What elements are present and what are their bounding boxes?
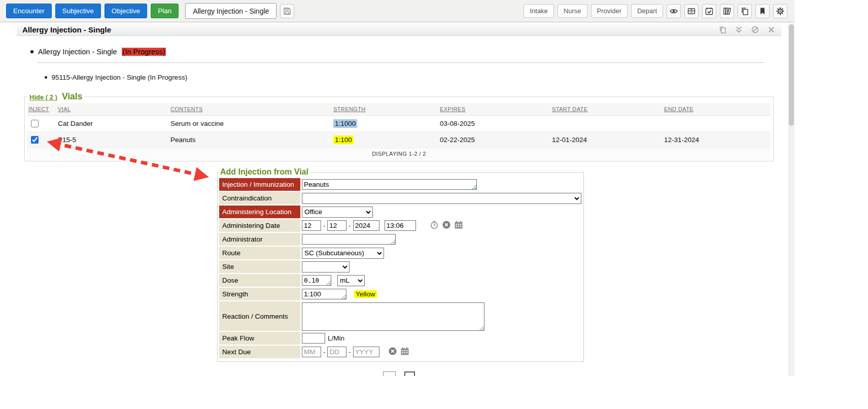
add-injection-fieldset: Add Injection from Vial Injection / Immu… <box>217 167 584 362</box>
calendar-check-icon[interactable] <box>702 4 716 18</box>
strength-input[interactable] <box>302 289 346 299</box>
encounter-button[interactable]: Encounter <box>6 4 52 18</box>
strength-color-note: Yellow <box>354 290 377 298</box>
vials-table: INJECT VIAL CONTENTS STRENGTH EXPIRES ST… <box>27 103 771 160</box>
col-vial[interactable]: VIAL <box>58 106 71 112</box>
label-strength: Strength <box>219 288 300 300</box>
eye-icon[interactable] <box>667 4 681 18</box>
depart-button[interactable]: Depart <box>631 4 663 18</box>
objective-button[interactable]: Objective <box>105 4 147 18</box>
vertical-scrollbar[interactable] <box>788 23 794 376</box>
bullet-dot <box>45 76 47 79</box>
contraindication-select[interactable] <box>302 193 581 204</box>
scrollbar-thumb[interactable] <box>789 24 794 126</box>
panel-header-icons <box>719 23 775 36</box>
clear-date-icon[interactable] <box>442 220 451 231</box>
partially-visible-control[interactable] <box>404 371 415 376</box>
cell-end-date <box>663 115 771 131</box>
status-badge: (In Progress) <box>122 48 166 56</box>
intake-button[interactable]: Intake <box>524 4 553 18</box>
cell-strength: 1:100 <box>333 135 354 144</box>
col-expires[interactable]: EXPIRES <box>440 106 466 112</box>
inject-checkbox[interactable] <box>31 120 39 127</box>
date-separator: - <box>349 222 351 229</box>
copy-icon[interactable] <box>738 4 752 18</box>
admin-time-input[interactable] <box>385 220 416 231</box>
paging-status: DISPLAYING 1-2 / 2 <box>27 148 771 160</box>
partially-visible-control[interactable] <box>383 371 396 376</box>
provider-button[interactable]: Provider <box>591 4 628 18</box>
save-icon[interactable] <box>280 4 294 18</box>
cell-start-date: 12-01-2024 <box>551 131 663 148</box>
cell-expires: 02-22-2025 <box>439 131 551 148</box>
add-injection-legend: Add Injection from Vial <box>219 167 311 177</box>
label-injection-immunization: Injection / Immunization <box>219 178 300 191</box>
dose-unit-select[interactable]: mL <box>337 275 365 286</box>
top-toolbar: Encounter Subjective Objective Plan Alle… <box>0 0 794 22</box>
date-separator: - <box>323 222 325 229</box>
col-start-date[interactable]: START DATE <box>552 106 587 112</box>
cell-vial: Cat Dander <box>57 115 169 131</box>
label-next-due: Next Due <box>219 346 300 358</box>
admin-date-day-input[interactable] <box>327 220 346 231</box>
cell-contents: Serum or vaccine <box>169 115 332 131</box>
col-contents[interactable]: CONTENTS <box>170 106 203 112</box>
add-injection-form: Injection / Immunization Contraindicatio… <box>219 178 581 358</box>
label-route: Route <box>219 247 300 259</box>
note-panel: Allergy Injection - Single Allergy Injec… <box>17 23 781 376</box>
col-strength[interactable]: STRENGTH <box>333 106 366 112</box>
outline-sub-item: 95115-Allergy Injection - Single (In Pro… <box>45 74 187 81</box>
label-contraindication: Contraindication <box>219 192 300 204</box>
next-due-month-input[interactable] <box>302 347 321 357</box>
administrator-input[interactable] <box>302 234 396 245</box>
outline-item: Allergy Injection - Single (In Progress) <box>30 48 166 56</box>
vials-legend: Hide ( 2 ) Vials <box>27 91 84 102</box>
date-separator: - <box>323 348 325 356</box>
calendar-icon[interactable] <box>400 347 409 358</box>
peak-flow-unit: L/Min <box>328 334 344 342</box>
peak-flow-input[interactable] <box>302 333 325 344</box>
active-note-tab[interactable]: Allergy Injection - Single <box>185 3 276 19</box>
outline-sub-item-text: 95115-Allergy Injection - Single (In Pro… <box>52 74 188 81</box>
calendar-icon[interactable] <box>454 220 463 231</box>
collapse-all-icon[interactable] <box>735 26 743 33</box>
cell-end-date: 12-31-2024 <box>663 131 771 148</box>
col-inject[interactable]: INJECT <box>28 106 49 112</box>
bookmark-icon[interactable] <box>755 4 770 18</box>
close-icon[interactable] <box>768 26 775 33</box>
divider <box>37 62 764 63</box>
next-due-day-input[interactable] <box>327 347 346 357</box>
label-administering-date: Administering Date <box>219 219 300 232</box>
page-title: Allergy Injection - Single <box>17 25 111 34</box>
clock-icon[interactable] <box>430 220 439 231</box>
void-icon[interactable] <box>751 26 759 33</box>
label-dose: Dose <box>219 274 300 287</box>
dose-input[interactable] <box>302 275 331 286</box>
plan-button[interactable]: Plan <box>151 4 179 18</box>
cell-contents: Peanuts <box>169 131 332 148</box>
route-select[interactable]: SC (Subcutaneous) <box>302 248 384 259</box>
archive-icon[interactable] <box>684 4 699 18</box>
site-select[interactable] <box>302 261 350 272</box>
admin-date-year-input[interactable] <box>353 220 379 231</box>
hide-vials-link[interactable]: Hide ( 2 ) <box>29 93 57 101</box>
vials-section-title: Vials <box>62 91 83 102</box>
administering-location-select[interactable]: Office <box>302 207 373 218</box>
nurse-button[interactable]: Nurse <box>558 4 587 18</box>
clear-date-icon[interactable] <box>388 347 397 358</box>
col-end-date[interactable]: END DATE <box>664 106 693 112</box>
books-icon[interactable] <box>720 4 734 18</box>
label-administering-location: Administering Location <box>219 206 300 218</box>
subjective-button[interactable]: Subjective <box>55 4 101 18</box>
panel-header: Allergy Injection - Single <box>17 23 781 36</box>
admin-date-month-input[interactable] <box>302 220 321 231</box>
injection-input[interactable] <box>302 179 477 190</box>
gear-icon[interactable] <box>773 4 787 18</box>
inject-checkbox[interactable] <box>31 136 39 144</box>
vials-fieldset: Hide ( 2 ) Vials INJECT VIAL CONTENTS ST… <box>24 91 774 161</box>
outline-item-text: Allergy Injection - Single <box>38 48 117 56</box>
reaction-comments-textarea[interactable] <box>302 302 484 331</box>
pages-icon[interactable] <box>719 26 726 33</box>
next-due-year-input[interactable] <box>353 347 379 357</box>
cell-strength: 1:1000 <box>333 119 357 128</box>
